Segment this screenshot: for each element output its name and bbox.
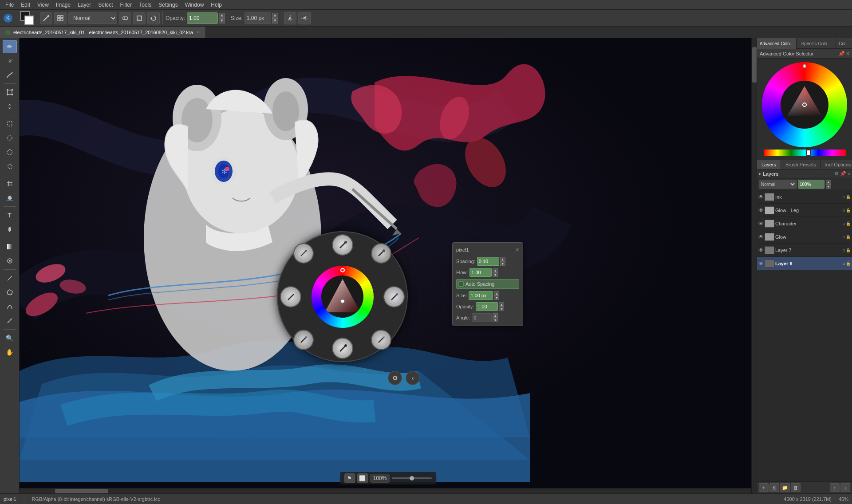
menu-image[interactable]: Image bbox=[52, 1, 74, 9]
auto-spacing-btn[interactable]: Auto Spacing bbox=[456, 279, 519, 289]
layers-close-btn[interactable]: × bbox=[848, 171, 850, 177]
brush-preset-bottom-left[interactable] bbox=[293, 330, 314, 350]
layer-vis-6[interactable]: 👁 bbox=[758, 260, 764, 267]
layer-ink[interactable]: 👁 Ink α 🔒 bbox=[757, 190, 852, 204]
tab-advanced-color[interactable]: Advanced Colo... bbox=[757, 38, 797, 49]
calligraphy-tool[interactable]: 𝒞 bbox=[3, 54, 17, 67]
canvas-scrollbar-v[interactable] bbox=[751, 38, 757, 493]
color-selector-close[interactable]: × bbox=[846, 51, 849, 57]
tab-close-btn[interactable]: × bbox=[196, 30, 200, 35]
hue-bar-thumb[interactable] bbox=[806, 150, 811, 156]
menu-select[interactable]: Select bbox=[95, 1, 116, 9]
spacing-down[interactable]: ▼ bbox=[500, 261, 505, 266]
text-tool-btn[interactable]: T bbox=[3, 209, 17, 222]
size-input[interactable]: 1.00 px bbox=[245, 12, 271, 24]
opacity-down[interactable]: ▼ bbox=[219, 18, 225, 24]
tab-brush-presets[interactable]: Brush Presets bbox=[781, 160, 821, 169]
color-wheel-ring[interactable] bbox=[312, 266, 374, 328]
brush-opacity-down[interactable]: ▼ bbox=[499, 307, 504, 311]
menu-tools[interactable]: Tools bbox=[135, 1, 155, 9]
freehand-select-tool[interactable] bbox=[3, 160, 17, 173]
canvas-scrollbar-v-thumb[interactable] bbox=[752, 47, 757, 83]
layers-pin-btn2[interactable]: 📌 bbox=[840, 171, 846, 177]
layers-opacity-up[interactable]: ▲ bbox=[826, 180, 831, 184]
zoom-frame-btn[interactable]: ⬜ bbox=[357, 473, 368, 483]
smart-patch-tool[interactable] bbox=[3, 254, 17, 268]
layer-character[interactable]: 👁 Character α 🔒 bbox=[757, 217, 852, 230]
brush-opacity-input[interactable]: 1.00 bbox=[476, 302, 498, 311]
canvas-scrollbar-h[interactable] bbox=[20, 488, 751, 493]
layer-glow-leg[interactable]: 👁 Glow - Leg α 🔒 bbox=[757, 204, 852, 217]
spacing-input[interactable]: 0.10 bbox=[477, 257, 499, 266]
layer-vis-glow-leg[interactable]: 👁 bbox=[758, 207, 764, 213]
layer-6[interactable]: 👁 Layer 6 α 🔒 bbox=[757, 257, 852, 270]
brush-angle-input[interactable]: 0 bbox=[472, 313, 492, 322]
layers-opacity-input[interactable]: 100% bbox=[798, 180, 824, 189]
crop-tool-btn[interactable] bbox=[3, 177, 17, 190]
brush-angle-down[interactable]: ▼ bbox=[493, 318, 498, 322]
zoom-slider[interactable] bbox=[392, 477, 432, 479]
bezier-tool[interactable] bbox=[3, 300, 17, 313]
erase-btn[interactable] bbox=[119, 12, 131, 24]
brush-preset-top-right[interactable] bbox=[371, 243, 391, 264]
color-triangle-container[interactable] bbox=[321, 276, 363, 318]
opacity-up[interactable]: ▲ bbox=[219, 13, 225, 18]
flow-down[interactable]: ▼ bbox=[493, 272, 498, 277]
tab-specific-color[interactable]: Specific Colo... bbox=[797, 38, 836, 49]
delete-layer-btn[interactable]: 🗑 bbox=[791, 483, 801, 492]
tab-layers[interactable]: Layers bbox=[757, 160, 781, 169]
menu-layer[interactable]: Layer bbox=[74, 1, 95, 9]
mirror-h-btn[interactable] bbox=[284, 12, 296, 24]
layer-vis-7[interactable]: 👁 bbox=[758, 247, 764, 253]
polygon-tool[interactable] bbox=[3, 286, 17, 299]
layer-lock-6[interactable]: 🔒 bbox=[846, 261, 851, 266]
canvas-scrollbar-h-thumb[interactable] bbox=[55, 489, 108, 493]
flow-input[interactable]: 1.00 bbox=[469, 268, 492, 277]
mirror-v-btn[interactable] bbox=[298, 12, 311, 24]
auto-spacing-checkbox[interactable] bbox=[458, 281, 464, 287]
layer-lock-glow-leg[interactable]: 🔒 bbox=[846, 208, 851, 213]
layers-blend-mode-select[interactable]: Normal bbox=[759, 180, 797, 189]
brush-size-input[interactable]: 1.00 px bbox=[469, 291, 493, 300]
menu-view[interactable]: View bbox=[34, 1, 52, 9]
menu-edit[interactable]: Edit bbox=[17, 1, 34, 9]
brush-size-down[interactable]: ▼ bbox=[494, 295, 499, 300]
layers-settings-btn[interactable]: ⚙ bbox=[834, 171, 839, 177]
transform-tool-btn[interactable] bbox=[3, 86, 17, 99]
line-tool[interactable] bbox=[3, 272, 17, 285]
menu-help[interactable]: Help bbox=[207, 1, 225, 9]
color-wheel-indicator[interactable] bbox=[340, 268, 345, 272]
layers-collapse-btn[interactable]: ▸ bbox=[759, 171, 761, 177]
color-selector-pin[interactable]: 📌 bbox=[838, 51, 845, 57]
size-up[interactable]: ▲ bbox=[272, 13, 278, 18]
right-panel-color-wheel[interactable] bbox=[762, 62, 847, 147]
brush-size-up[interactable]: ▲ bbox=[494, 291, 499, 295]
rect-select-tool[interactable] bbox=[3, 117, 17, 130]
color-wheel-settings-btn[interactable]: ⚙ bbox=[388, 371, 402, 385]
flow-up[interactable]: ▲ bbox=[493, 268, 498, 272]
layer-lock-7[interactable]: 🔒 bbox=[846, 248, 851, 252]
tab-col[interactable]: Col... bbox=[836, 38, 852, 49]
hue-bar[interactable] bbox=[764, 150, 846, 156]
layer-up-btn[interactable]: ↑ bbox=[830, 483, 840, 492]
layer-lock-glow[interactable]: 🔒 bbox=[846, 235, 851, 239]
size-down[interactable]: ▼ bbox=[272, 18, 278, 24]
brush-preset-top[interactable] bbox=[332, 234, 353, 256]
app-icon-btn[interactable]: K bbox=[2, 12, 14, 24]
refresh-btn[interactable] bbox=[147, 12, 160, 24]
menu-settings[interactable]: Settings bbox=[155, 1, 181, 9]
layer-down-btn[interactable]: ↓ bbox=[840, 483, 850, 492]
menu-filter[interactable]: Filter bbox=[117, 1, 136, 9]
brush-popup-close[interactable]: × bbox=[516, 246, 519, 253]
brush-preset-bottom-right[interactable] bbox=[371, 330, 391, 350]
brush-preset-top-left[interactable] bbox=[293, 243, 314, 264]
add-layer-btn[interactable]: + bbox=[759, 483, 769, 492]
canvas-area[interactable]: ✻ bbox=[20, 38, 757, 493]
layer-7[interactable]: 👁 Layer 7 α 🔒 bbox=[757, 244, 852, 257]
grid-view-btn[interactable] bbox=[54, 12, 67, 24]
brush-opacity-up[interactable]: ▲ bbox=[499, 302, 504, 307]
gradient-tool[interactable] bbox=[3, 240, 17, 253]
polygon-select-tool[interactable] bbox=[3, 146, 17, 159]
background-color[interactable] bbox=[24, 16, 34, 25]
blend-mode-select[interactable]: Normal bbox=[68, 12, 117, 24]
